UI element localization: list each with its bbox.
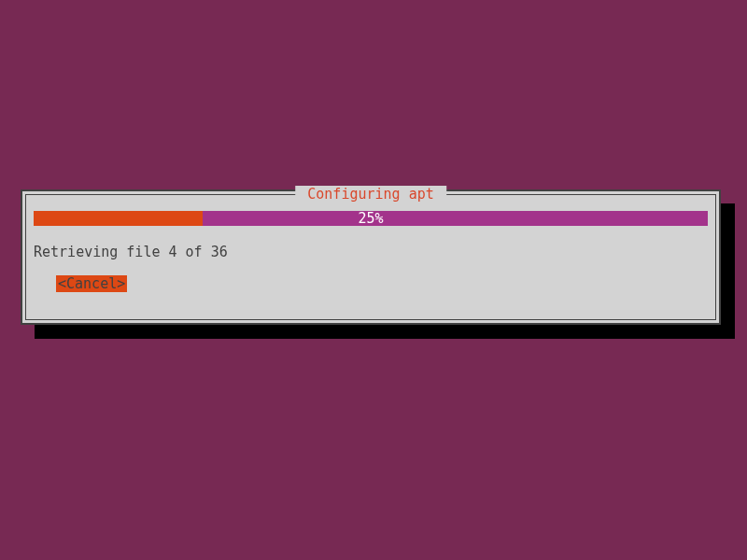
dialog-title: Configuring apt <box>295 186 446 203</box>
dialog-inner-frame: Configuring apt 25% Retrieving file 4 of… <box>25 194 716 320</box>
status-text: Retrieving file 4 of 36 <box>34 244 228 260</box>
configuring-apt-dialog: Configuring apt 25% Retrieving file 4 of… <box>21 189 721 325</box>
cancel-button[interactable]: <Cancel> <box>56 275 127 292</box>
progress-percent-label: 25% <box>34 211 708 226</box>
